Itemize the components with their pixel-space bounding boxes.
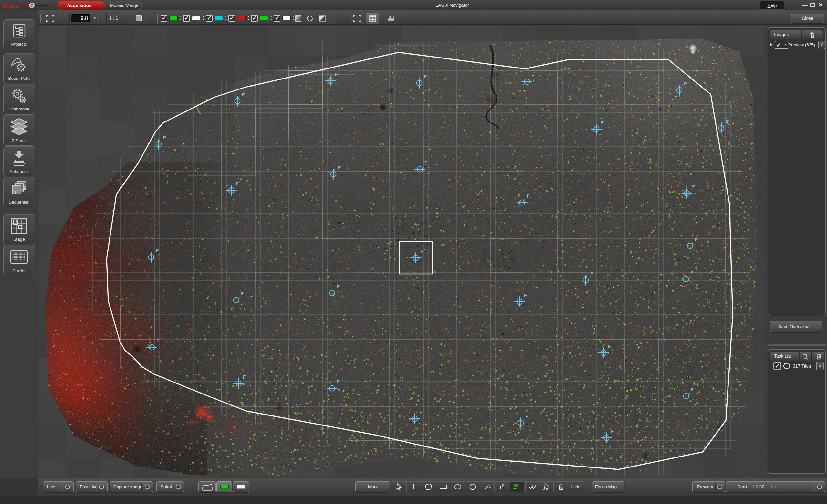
svg-text:AF: AF — [513, 483, 519, 488]
svg-text:1: 1 — [14, 190, 16, 194]
svg-text:3: 3 — [24, 186, 26, 190]
svg-text:F: F — [502, 483, 504, 488]
svg-text:2: 2 — [21, 188, 23, 192]
svg-text:ALL: ALL — [543, 488, 548, 491]
